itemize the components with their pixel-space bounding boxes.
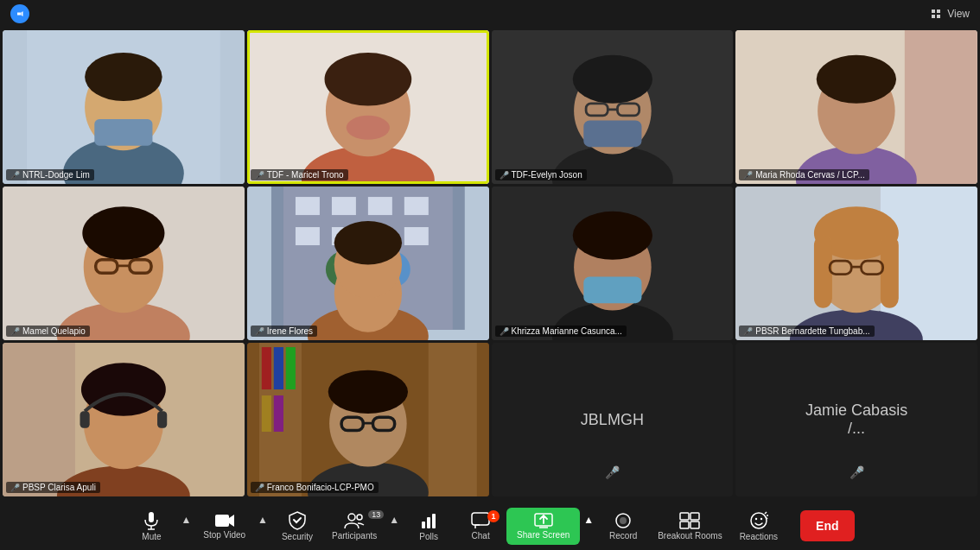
mic-toolbar-icon — [143, 511, 160, 530]
svg-point-11 — [346, 116, 389, 140]
svg-rect-92 — [422, 522, 425, 528]
top-bar: View — [0, 0, 980, 28]
svg-rect-39 — [296, 227, 320, 245]
svg-point-10 — [324, 53, 411, 106]
svg-rect-103 — [690, 522, 699, 528]
mic-icon-p10: 🎤 — [255, 484, 264, 492]
svg-point-15 — [572, 55, 652, 104]
participant-count-badge: 13 — [368, 510, 384, 519]
svg-rect-37 — [368, 197, 392, 215]
grid-icon — [932, 9, 940, 18]
reactions-icon — [749, 511, 768, 530]
toolbar: Mute ▲ Stop Video ▲ Security — [0, 502, 980, 550]
mute-label: Mute — [142, 532, 161, 541]
participants-group[interactable]: 13 Participants ▲ — [323, 509, 403, 544]
video-chevron[interactable]: ▲ — [254, 514, 271, 526]
svg-rect-53 — [583, 276, 641, 303]
chat-button[interactable]: 1 Chat — [455, 509, 506, 544]
zoom-logo — [10, 4, 29, 23]
video-cell-p12[interactable]: Jamie Cabasis /... 🎤 — [735, 343, 977, 496]
video-cell-p6[interactable]: 🎤 Irene Flores — [247, 186, 489, 340]
polls-icon — [420, 511, 437, 530]
svg-point-90 — [348, 514, 355, 521]
name-label-p10: 🎤 Franco Bonifacio-LCP-PMO — [251, 482, 379, 493]
svg-rect-69 — [80, 411, 90, 428]
record-label: Record — [609, 531, 637, 541]
reactions-label: Reactions — [740, 532, 778, 541]
svg-rect-60 — [881, 236, 899, 308]
stop-video-group[interactable]: Stop Video ▲ — [194, 509, 271, 543]
security-button[interactable]: Security — [271, 508, 323, 545]
name-label-p6: 🎤 Irene Flores — [251, 326, 317, 337]
mic-icon-p3: 🎤 — [500, 171, 509, 180]
participants-label: Participants — [332, 531, 377, 541]
chat-label: Chat — [472, 531, 490, 541]
svg-point-82 — [328, 370, 407, 414]
chat-badge: 1 — [487, 510, 500, 522]
reactions-button[interactable]: Reactions — [731, 508, 786, 545]
svg-rect-93 — [427, 517, 430, 528]
video-cell-p7[interactable]: 🎤 Khrizza Marianne Casunca... — [492, 186, 734, 340]
svg-rect-100 — [680, 513, 689, 520]
mute-chevron[interactable]: ▲ — [177, 514, 194, 526]
share-screen-button[interactable]: Share Screen — [506, 508, 580, 545]
svg-point-48 — [334, 221, 401, 264]
breakout-rooms-icon — [679, 512, 700, 529]
svg-point-106 — [760, 517, 762, 519]
share-screen-chevron[interactable]: ▲ — [580, 514, 597, 526]
svg-rect-79 — [274, 395, 283, 432]
video-cell-p5[interactable]: 🎤 Mamel Quelapio — [3, 186, 245, 340]
mic-icon-p8: 🎤 — [743, 327, 753, 336]
video-cell-p1[interactable]: 🎤 NTRL-Dodge Lim — [3, 30, 245, 184]
end-button[interactable]: End — [800, 510, 854, 541]
svg-rect-86 — [149, 512, 154, 522]
participants-button[interactable]: 13 Participants — [323, 509, 385, 544]
svg-rect-94 — [432, 514, 436, 528]
video-cell-p9[interactable]: 🎤 PBSP Clarisa Apuli — [3, 343, 245, 496]
name-label-p4: 🎤 Maria Rhoda Cervas / LCP... — [739, 169, 869, 180]
svg-rect-70 — [157, 411, 167, 428]
name-label-p1: 🎤 NTRL-Dodge Lim — [6, 169, 94, 180]
svg-rect-59 — [814, 236, 832, 308]
share-screen-label: Share Screen — [517, 530, 570, 540]
video-cell-p10[interactable]: 🎤 Franco Bonifacio-LCP-PMO — [247, 343, 489, 496]
svg-point-52 — [572, 212, 652, 260]
video-cell-p11[interactable]: JBLMGH 🎤 — [492, 343, 734, 496]
share-screen-group[interactable]: Share Screen ▲ — [506, 508, 597, 545]
view-button[interactable]: View — [932, 8, 970, 20]
record-button[interactable]: Record — [597, 509, 649, 544]
text-label-p11: JBLMGH — [581, 411, 644, 429]
mic-icon-p6: 🎤 — [255, 327, 264, 336]
svg-rect-6 — [94, 119, 152, 146]
name-label-p8: 🎤 PBSR Bernardette Tungbab... — [739, 326, 874, 337]
svg-point-24 — [817, 55, 896, 104]
svg-point-104 — [751, 513, 767, 528]
svg-rect-35 — [296, 197, 320, 215]
participants-chevron[interactable]: ▲ — [385, 514, 403, 526]
svg-rect-36 — [332, 197, 356, 215]
svg-rect-75 — [262, 347, 271, 389]
security-icon — [289, 511, 306, 530]
svg-rect-95 — [472, 513, 489, 525]
svg-rect-16 — [583, 120, 641, 147]
video-cell-p3[interactable]: 🎤 TDF-Evelyn Joson — [492, 30, 734, 184]
svg-rect-102 — [680, 522, 689, 528]
mute-group[interactable]: Mute ▲ — [125, 508, 194, 545]
breakout-rooms-label: Breakout Rooms — [658, 531, 722, 541]
stop-video-button[interactable]: Stop Video — [194, 509, 254, 543]
participants-icon — [344, 512, 365, 529]
view-label: View — [947, 8, 970, 20]
video-cell-p4[interactable]: 🎤 Maria Rhoda Cervas / LCP... — [735, 30, 977, 184]
polls-button[interactable]: Polls — [403, 508, 455, 545]
name-label-p5: 🎤 Mamel Quelapio — [6, 326, 90, 337]
video-cell-p2[interactable]: 🎤 TDF - Maricel Trono — [247, 30, 489, 184]
video-cell-p8[interactable]: 🎤 PBSR Bernardette Tungbab... — [735, 186, 977, 340]
breakout-rooms-button[interactable]: Breakout Rooms — [649, 509, 730, 544]
stop-video-label: Stop Video — [203, 530, 245, 540]
svg-point-91 — [357, 515, 362, 520]
svg-point-28 — [82, 206, 164, 260]
mic-icon-p5: 🎤 — [10, 327, 20, 336]
mic-icon-p1: 🎤 — [10, 171, 20, 180]
svg-rect-65 — [3, 343, 75, 496]
mute-button[interactable]: Mute — [125, 508, 177, 545]
